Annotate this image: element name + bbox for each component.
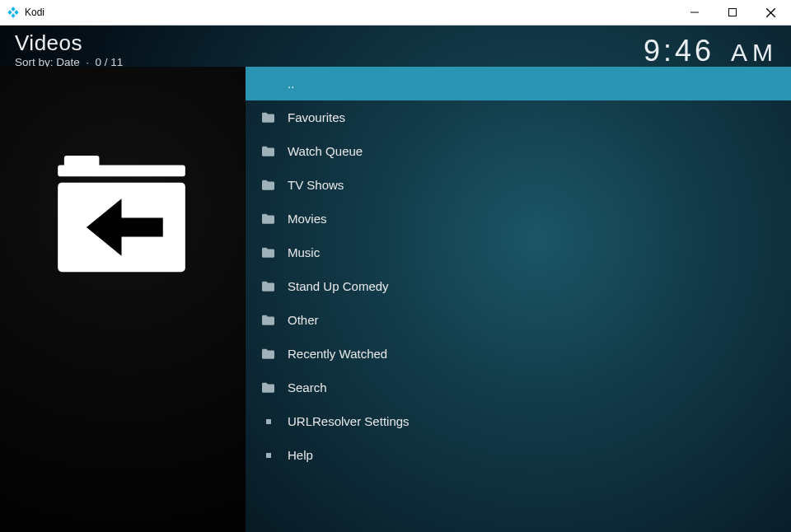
list-item[interactable]: Favourites [246,100,791,134]
svg-marker-1 [15,10,19,15]
app-body: Videos Sort by: Date · 0 / 11 9:46 AM [0,26,791,532]
header-left: Videos Sort by: Date · 0 / 11 [15,32,123,68]
svg-rect-12 [266,419,271,424]
folder-icon [262,179,274,191]
list-item[interactable]: Help [246,438,791,472]
page-title: Videos [15,32,123,54]
list-item-label: Favourites [288,110,345,124]
folder-icon [262,212,274,225]
list-item[interactable]: URLResolver Settings [246,404,791,438]
window-minimize-button[interactable] [676,0,714,25]
folder-icon [262,246,274,259]
header-right: 9:46 AM [644,32,778,68]
window-close-button[interactable] [751,0,789,25]
clock-time: 9:46 [644,34,714,68]
kodi-logo-icon [7,6,20,19]
list-item-label: URLResolver Settings [288,414,410,428]
list-item[interactable]: Other [246,303,791,337]
list-item[interactable]: Recently Watched [246,337,791,371]
list-item-label: Recently Watched [288,347,387,361]
folder-icon [262,314,274,326]
list-item-label: .. [288,77,294,91]
list-item-label: Search [288,380,327,394]
list-item[interactable]: TV Shows [246,168,791,202]
svg-rect-9 [58,166,185,177]
list-item-label: Movies [288,212,327,226]
folder-icon [262,381,274,394]
list-item[interactable]: Watch Queue [246,134,791,168]
list-item[interactable]: Stand Up Comedy [246,269,791,303]
svg-marker-3 [8,10,12,15]
list-item[interactable]: Movies [246,202,791,236]
folder-icon [262,280,274,292]
list-item[interactable]: Music [246,236,791,269]
list-item-label: Help [288,448,313,462]
clock: 9:46 AM [644,34,778,68]
folder-icon [262,111,274,124]
list-item[interactable]: .. [246,67,791,100]
window-titlebar: Kodi [0,0,791,26]
folder-icon [262,145,274,157]
window-maximize-button[interactable] [714,0,751,25]
bullet-icon [262,415,274,427]
svg-rect-13 [266,453,271,458]
header: Videos Sort by: Date · 0 / 11 9:46 AM [0,26,791,67]
folder-back-icon [58,156,185,275]
list-item-label: Music [288,245,320,259]
list-item-label: TV Shows [288,178,344,192]
list-item-label: Stand Up Comedy [288,279,389,293]
bullet-icon [262,449,274,461]
svg-rect-5 [729,9,737,16]
folder-icon [262,348,274,360]
svg-marker-2 [12,13,16,18]
list-item-label: Watch Queue [288,144,363,158]
content-list: ..FavouritesWatch QueueTV ShowsMoviesMus… [246,67,791,532]
svg-marker-0 [12,7,16,12]
sidebar[interactable] [0,67,246,532]
clock-ampm: AM [731,39,778,66]
list-item[interactable]: Search [246,371,791,404]
window-title: Kodi [25,7,44,18]
list-item-label: Other [288,313,319,327]
